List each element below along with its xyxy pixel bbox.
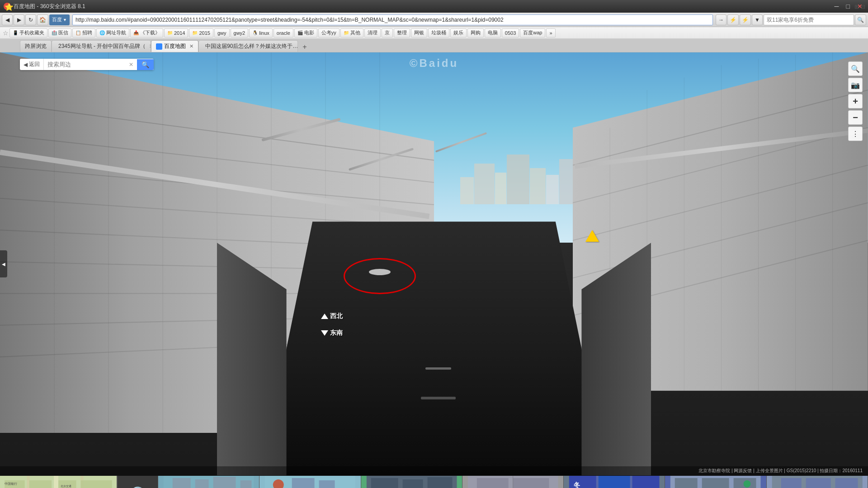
street-view[interactable]: 西北 东南 ◀ ◀ 返回 ✕ 🔍 🔍 📷 + − ⋮ ©Baidu [0, 52, 868, 475]
bookmark-label: 手机收藏夹 [19, 29, 44, 36]
baidu-dropdown-icon: ▼ [63, 18, 67, 22]
direction-label: 东南 [330, 329, 343, 337]
bookmark-gwy2[interactable]: gwy2 [231, 28, 249, 38]
search-submit-button[interactable]: 🔍 [137, 59, 154, 70]
bookmark-zhaopin[interactable]: 📋 招聘 [72, 28, 95, 38]
bookmark-wangyin[interactable]: 网银 [411, 28, 427, 38]
bookmark-wanggou[interactable]: 网购 [467, 28, 484, 38]
tab-2345[interactable]: 2345网址导航 - 开创中国百年品牌（ ✕ [52, 40, 151, 52]
zoom-in-button[interactable]: 🔍 [848, 61, 863, 76]
warning-sign [585, 230, 599, 242]
thumbnail-timemachine[interactable]: 🕐 时光机 [118, 476, 158, 488]
thumb-street-svg [259, 476, 360, 488]
camera-button[interactable]: 📷 [848, 78, 863, 92]
maximize-button[interactable]: □ [844, 3, 852, 10]
bookmark-2014[interactable]: 📁 2014 [164, 28, 188, 38]
tab-label: 中国这届90后怎么样？外媒这次终于… [205, 42, 298, 50]
thumbnail-caoyun[interactable]: ↺漕运… [767, 476, 868, 488]
bookmark-yule[interactable]: 娱乐 [450, 28, 467, 38]
thumbnail-bjhyg[interactable]: ↺北京海洋馆 [259, 476, 361, 488]
tab-close-button[interactable]: ✕ [189, 43, 193, 49]
zoom-plus-button[interactable]: + [848, 94, 863, 108]
tab-label: 2345网址导航 - 开创中国百年品牌（ [58, 42, 146, 50]
go-button[interactable]: → [716, 14, 726, 25]
search-clear-button[interactable]: ✕ [125, 60, 137, 70]
svg-rect-51 [173, 478, 191, 488]
svg-point-84 [744, 480, 751, 488]
bookmark-star[interactable]: ☆ [3, 29, 9, 37]
dropdown-button[interactable]: ▼ [752, 14, 763, 25]
tab-baidu-map[interactable]: 百度地图 ✕ [151, 40, 198, 52]
bookmark-wangzhi[interactable]: 🌐 网址导航 [96, 28, 129, 38]
bookmark-label: 娱乐 [453, 29, 463, 36]
more-button[interactable]: ⋮ [848, 127, 863, 141]
bookmark-jing[interactable]: 京 [382, 28, 393, 38]
map-back-button[interactable]: ◀ 返回 [20, 59, 44, 70]
bookmark-xiazai[interactable]: 📥 《下载》 [130, 28, 163, 38]
bookmark-2015[interactable]: 📁 2015 [189, 28, 213, 38]
bookmark-label: 电影 [304, 29, 314, 36]
lightning-button[interactable]: ⚡ [727, 14, 739, 25]
bookmark-more[interactable]: » [546, 28, 555, 38]
svg-rect-69 [477, 478, 509, 488]
bookmark-yixin[interactable]: 🏥 医信 [48, 28, 71, 38]
browser-search-input[interactable] [764, 14, 854, 25]
bookmark-qingli[interactable]: 清理 [364, 28, 381, 38]
thumbnail-yulin[interactable]: 冬 ↺郁林家常菜北下关店 [564, 476, 665, 488]
thumbnail-huoshao[interactable]: ↺火烧石串烧工坊 [361, 476, 462, 488]
svg-rect-70 [513, 478, 549, 488]
bookmark-gwy[interactable]: gwy [214, 28, 230, 38]
svg-rect-64 [371, 478, 398, 488]
thumbnail-parking[interactable]: ↺停车场-出入口 [462, 476, 564, 488]
tab-article[interactable]: 中国这届90后怎么样？外媒这次终于… ✕ [198, 40, 298, 52]
bookmark-label: gwy [217, 30, 226, 36]
nearby-search-input[interactable] [44, 59, 125, 70]
tab-panel-toggle[interactable]: ⊞ [854, 4, 859, 10]
tab-label: 百度地图 [164, 42, 186, 50]
bookmark-label: 0503 [505, 30, 516, 36]
tab-kuaping[interactable]: 跨屏浏览 [20, 40, 52, 52]
left-panel-toggle[interactable]: ◀ [0, 250, 7, 277]
back-button[interactable]: ◀ [2, 14, 13, 25]
svg-rect-89 [806, 478, 830, 488]
baidu-search-btn[interactable]: 百度 ▼ [49, 14, 70, 25]
bookmark-label: 京 [385, 29, 390, 36]
bookmark-dianying[interactable]: 🎬 电影 [294, 28, 317, 38]
bookmark-shoucangjia[interactable]: 📱 手机收藏夹 [9, 28, 47, 38]
lightning2-button[interactable]: ⚡ [740, 14, 751, 25]
direction-northwest[interactable]: 西北 [321, 312, 343, 320]
tabbar: ⭐ 跨屏浏览 2345网址导航 - 开创中国百年品牌（ ✕ 百度地图 ✕ 中国这… [0, 39, 868, 52]
bookmark-baiduwap[interactable]: 百度wap [520, 28, 545, 38]
bookmark-lajitong[interactable]: 垃圾桶 [428, 28, 449, 38]
bookmark-zhengli[interactable]: 整理 [394, 28, 410, 38]
direction-label: 西北 [330, 312, 343, 320]
forward-button[interactable]: ▶ [14, 14, 24, 25]
direction-southeast[interactable]: 东南 [321, 329, 343, 337]
thumbnail-map[interactable]: 中国银行 北京交通大学 北京交通 返回地图 [0, 476, 118, 488]
minimize-button[interactable]: ─ [833, 3, 841, 10]
thumbnail-tianyou[interactable]: ↺天友天鸡酱店 [665, 476, 766, 488]
bookmark-linux[interactable]: 🐧 linux [249, 28, 273, 38]
back-label: 返回 [29, 61, 40, 68]
thumbnail-strip: 中国银行 北京交通大学 北京交通 返回地图 🕐 时光机 ↺北京交通大学 [0, 475, 868, 488]
add-tab-button[interactable]: + [300, 42, 310, 52]
address-input[interactable] [72, 14, 713, 25]
bookmark-0503[interactable]: 0503 [502, 28, 519, 38]
thumb-street-svg [158, 476, 259, 488]
thumbnail-bjjtdx[interactable]: ↺北京交通大学 [158, 476, 259, 488]
search-button[interactable]: 🔍 [855, 14, 866, 25]
bookmark-diannao[interactable]: 电脑 [485, 28, 501, 38]
bookmark-oracle[interactable]: oracle [274, 28, 293, 38]
home-button[interactable]: 🏠 [37, 14, 48, 25]
zoom-minus-button[interactable]: − [848, 110, 863, 125]
bookmark-label: 2015 [199, 30, 210, 36]
bookmark-label: 医信 [58, 29, 68, 36]
tab-settings[interactable]: ⊟ [861, 4, 865, 10]
bookmark-qita[interactable]: 📁 其他 [340, 28, 363, 38]
road-marking-2 [421, 397, 456, 399]
refresh-button[interactable]: ↻ [25, 14, 36, 25]
bookmark-gonkao[interactable]: 公考yy [318, 28, 340, 38]
tab-scroll-left[interactable]: ⭐ [5, 3, 14, 11]
svg-rect-39 [29, 480, 52, 488]
svg-rect-81 [675, 478, 698, 488]
